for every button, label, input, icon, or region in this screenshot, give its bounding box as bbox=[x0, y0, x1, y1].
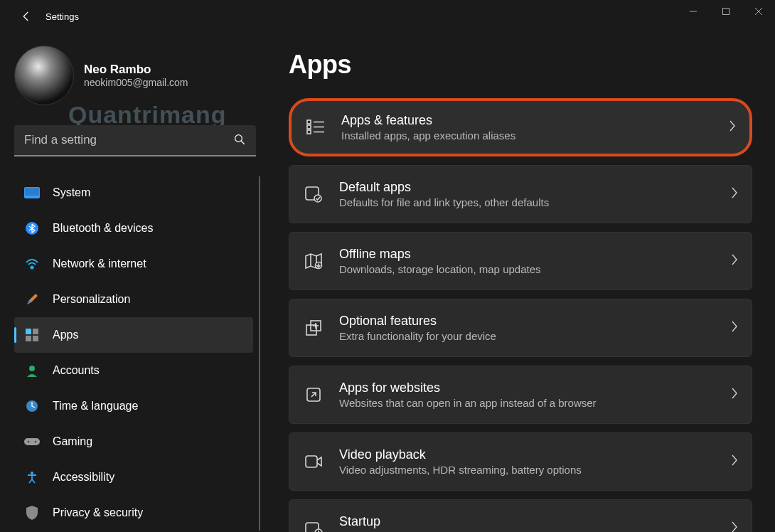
svg-point-27 bbox=[314, 195, 321, 202]
sidebar-item-network[interactable]: Network & internet bbox=[14, 246, 253, 282]
search-input[interactable] bbox=[14, 125, 256, 156]
sidebar-item-label: Accounts bbox=[53, 364, 100, 377]
sidebar-item-gaming[interactable]: Gaming bbox=[14, 424, 253, 459]
sidebar-item-label: Bluetooth & devices bbox=[53, 222, 153, 235]
card-title: Default apps bbox=[339, 180, 730, 195]
card-subtitle: Defaults for file and link types, other … bbox=[339, 196, 730, 208]
avatar bbox=[14, 46, 74, 105]
sidebar-item-apps[interactable]: Apps bbox=[14, 317, 253, 353]
card-apps-websites[interactable]: Apps for websites Websites that can open… bbox=[289, 366, 752, 424]
profile-email: neokim005@gmail.com bbox=[84, 77, 188, 88]
chevron-right-icon bbox=[730, 454, 739, 469]
sidebar-item-label: Gaming bbox=[53, 435, 92, 448]
back-arrow-icon bbox=[20, 10, 33, 23]
close-button[interactable] bbox=[742, 0, 775, 23]
svg-rect-16 bbox=[24, 438, 40, 445]
card-title: Apps & features bbox=[341, 113, 728, 128]
open-external-icon bbox=[304, 386, 324, 403]
card-default-apps[interactable]: Default apps Defaults for file and link … bbox=[289, 165, 752, 223]
sidebar-item-bluetooth[interactable]: Bluetooth & devices bbox=[14, 211, 253, 246]
optional-features-icon bbox=[304, 319, 324, 336]
close-icon bbox=[754, 7, 763, 16]
sidebar-item-label: Network & internet bbox=[53, 257, 146, 270]
svg-rect-29 bbox=[306, 325, 316, 335]
list-icon bbox=[306, 119, 326, 135]
sidebar-item-privacy[interactable]: Privacy & security bbox=[14, 495, 253, 531]
card-subtitle: Video adjustments, HDR streaming, batter… bbox=[339, 464, 730, 476]
search-icon bbox=[233, 133, 246, 149]
minimize-button[interactable] bbox=[677, 0, 710, 23]
cards-list: Apps & features Installed apps, app exec… bbox=[289, 98, 752, 532]
clock-globe-icon bbox=[24, 398, 40, 414]
card-offline-maps[interactable]: Offline maps Downloads, storage location… bbox=[289, 232, 752, 290]
paintbrush-icon bbox=[24, 292, 40, 307]
svg-rect-21 bbox=[307, 125, 311, 129]
svg-point-19 bbox=[31, 472, 33, 474]
svg-rect-34 bbox=[306, 456, 317, 467]
svg-point-17 bbox=[28, 441, 30, 443]
sidebar-item-label: Personalization bbox=[53, 293, 130, 306]
svg-point-4 bbox=[235, 135, 242, 142]
accessibility-icon bbox=[24, 469, 40, 485]
card-startup[interactable]: Startup Apps that start automatically wh… bbox=[289, 499, 752, 532]
card-subtitle: Installed apps, app execution aliases bbox=[341, 129, 728, 142]
svg-rect-11 bbox=[33, 329, 38, 334]
sidebar-item-personalization[interactable]: Personalization bbox=[14, 282, 253, 317]
sidebar-item-label: Privacy & security bbox=[53, 506, 143, 519]
sidebar-item-label: System bbox=[53, 186, 90, 199]
sidebar-item-accounts[interactable]: Accounts bbox=[14, 353, 253, 388]
card-title: Video playback bbox=[339, 447, 730, 462]
profile-name: Neo Rambo bbox=[84, 63, 188, 77]
startup-icon bbox=[304, 520, 324, 532]
system-icon bbox=[24, 185, 40, 201]
main-content: Apps Apps & features Installed apps, app… bbox=[270, 33, 775, 532]
video-icon bbox=[304, 454, 324, 469]
titlebar: Settings bbox=[0, 0, 775, 33]
svg-rect-7 bbox=[25, 188, 39, 196]
card-title: Apps for websites bbox=[339, 381, 730, 395]
gamepad-icon bbox=[24, 434, 40, 449]
chevron-right-icon bbox=[730, 320, 739, 336]
window-controls bbox=[677, 0, 775, 23]
card-title: Optional features bbox=[339, 314, 730, 329]
svg-rect-10 bbox=[26, 329, 31, 334]
sidebar-item-label: Accessibility bbox=[53, 471, 114, 484]
sidebar: Neo Rambo neokim005@gmail.com Quantriman… bbox=[0, 33, 270, 532]
minimize-icon bbox=[689, 7, 698, 16]
svg-point-14 bbox=[29, 366, 35, 371]
sidebar-item-label: Apps bbox=[53, 329, 78, 341]
chevron-right-icon bbox=[728, 119, 737, 135]
card-video-playback[interactable]: Video playback Video adjustments, HDR st… bbox=[289, 432, 752, 491]
sidebar-item-accessibility[interactable]: Accessibility bbox=[14, 459, 253, 495]
svg-point-18 bbox=[35, 441, 37, 443]
maximize-button[interactable] bbox=[710, 0, 742, 23]
map-icon bbox=[304, 252, 324, 270]
sidebar-item-time-language[interactable]: Time & language bbox=[14, 388, 253, 424]
svg-rect-20 bbox=[307, 120, 311, 124]
window-title: Settings bbox=[46, 11, 79, 22]
card-apps-features[interactable]: Apps & features Installed apps, app exec… bbox=[289, 98, 752, 156]
svg-point-9 bbox=[31, 266, 33, 268]
chevron-right-icon bbox=[730, 387, 739, 403]
card-subtitle: Websites that can open in an app instead… bbox=[339, 397, 730, 409]
svg-rect-22 bbox=[307, 130, 311, 134]
card-optional-features[interactable]: Optional features Extra functionality fo… bbox=[289, 299, 752, 357]
svg-rect-12 bbox=[26, 336, 31, 341]
sidebar-item-label: Time & language bbox=[53, 400, 138, 413]
person-icon bbox=[24, 363, 40, 378]
wifi-icon bbox=[24, 256, 40, 272]
card-title: Offline maps bbox=[339, 247, 730, 262]
card-subtitle: Downloads, storage location, map updates bbox=[339, 263, 730, 275]
svg-line-5 bbox=[241, 141, 245, 144]
sidebar-item-system[interactable]: System bbox=[14, 175, 253, 211]
svg-rect-13 bbox=[33, 336, 38, 341]
profile-block[interactable]: Neo Rambo neokim005@gmail.com bbox=[14, 46, 256, 105]
chevron-right-icon bbox=[730, 521, 739, 532]
sidebar-nav: System Bluetooth & devices Network & int… bbox=[14, 175, 253, 531]
back-button[interactable] bbox=[16, 6, 37, 27]
card-title: Startup bbox=[339, 514, 730, 529]
page-title: Apps bbox=[289, 50, 752, 80]
svg-rect-1 bbox=[723, 9, 729, 15]
default-apps-icon bbox=[304, 186, 324, 203]
maximize-icon bbox=[722, 7, 730, 16]
